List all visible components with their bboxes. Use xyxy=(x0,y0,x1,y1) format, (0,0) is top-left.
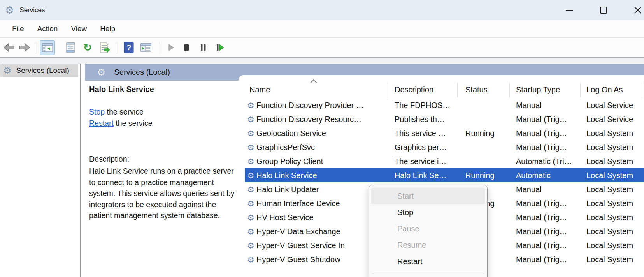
restart-service-link[interactable]: Restart xyxy=(89,119,114,127)
start-service-icon[interactable] xyxy=(163,40,178,55)
sort-ascending-icon xyxy=(310,78,317,85)
help-icon[interactable]: ? xyxy=(121,40,136,55)
description-label: Description: xyxy=(89,155,129,164)
console-tree-pane: ⚙ Services (Local) xyxy=(0,64,81,277)
toolbar: ↻ ? xyxy=(0,38,644,58)
table-row-selected[interactable]: ⚙ Halo Link Service Halo Link Se… Runnin… xyxy=(245,168,644,182)
services-gear-icon: ⚙ xyxy=(5,5,14,15)
service-gear-icon: ⚙ xyxy=(247,199,254,208)
service-gear-icon: ⚙ xyxy=(247,213,254,222)
services-gear-icon: ⚙ xyxy=(97,67,105,77)
panel-header-title: Services (Local) xyxy=(114,68,170,77)
export-list-icon[interactable] xyxy=(97,40,112,55)
window-background-strip xyxy=(0,58,644,64)
menu-view[interactable]: View xyxy=(64,20,93,37)
selected-service-name: Halo Link Service xyxy=(89,85,154,94)
context-menu-item-restart[interactable]: Restart xyxy=(371,253,485,270)
tree-item-label: Services (Local) xyxy=(16,66,69,75)
services-main-pane: ⚙ Services (Local) Halo Link Service Sto… xyxy=(85,64,644,277)
close-button[interactable] xyxy=(627,0,644,20)
stop-line-rest: the service xyxy=(105,108,144,116)
service-gear-icon: ⚙ xyxy=(247,185,254,194)
svg-text:?: ? xyxy=(126,43,131,52)
service-context-menu: Start Stop Pause Resume Restart xyxy=(369,185,488,277)
service-gear-icon: ⚙ xyxy=(247,129,254,138)
forward-arrow-icon[interactable] xyxy=(17,40,32,55)
window-title: Services xyxy=(19,6,45,14)
context-menu-separator xyxy=(372,273,484,273)
context-menu-item-resume[interactable]: Resume xyxy=(371,237,485,253)
context-menu-item-start[interactable]: Start xyxy=(371,188,485,204)
pause-service-icon[interactable] xyxy=(196,40,211,55)
service-gear-icon: ⚙ xyxy=(247,115,254,124)
tree-item-services-local[interactable]: ⚙ Services (Local) xyxy=(0,64,78,77)
table-row[interactable]: ⚙ GraphicsPerfSvc Graphics per… Manual (… xyxy=(245,140,644,154)
restart-line-rest: the service xyxy=(114,119,153,127)
show-console-tree-icon[interactable] xyxy=(40,40,55,55)
extended-standard-view-icon[interactable] xyxy=(139,40,153,55)
back-arrow-icon[interactable] xyxy=(2,40,16,55)
stop-service-link[interactable]: Stop xyxy=(89,108,105,116)
table-row[interactable]: ⚙ Function Discovery Provider … The FDPH… xyxy=(245,98,644,112)
service-gear-icon: ⚙ xyxy=(247,101,254,109)
service-gear-icon: ⚙ xyxy=(247,242,254,250)
stop-service-icon[interactable] xyxy=(179,40,194,55)
service-gear-icon: ⚙ xyxy=(247,256,254,264)
minimize-button[interactable] xyxy=(559,0,580,20)
column-header-startup[interactable]: Startup Type xyxy=(516,85,560,94)
table-row[interactable]: ⚙ Group Policy Client The service i… Aut… xyxy=(245,154,644,168)
restart-service-line: Restart the service xyxy=(89,118,153,129)
context-menu-item-stop[interactable]: Stop xyxy=(371,204,485,221)
column-header-name[interactable]: Name xyxy=(249,85,270,94)
menu-help[interactable]: Help xyxy=(93,20,122,37)
column-header-logon[interactable]: Log On As xyxy=(586,85,623,94)
title-bar: ⚙ Services xyxy=(0,0,644,20)
column-header-description[interactable]: Description xyxy=(395,85,433,94)
stop-service-line: Stop the service xyxy=(89,106,153,118)
resume-service-icon[interactable] xyxy=(212,40,227,55)
context-menu-item-pause[interactable]: Pause xyxy=(371,221,485,237)
description-text: Halo Link Service runs on a practice ser… xyxy=(89,166,239,221)
table-row[interactable]: ⚙ Geolocation Service This service … Run… xyxy=(245,126,644,140)
service-gear-icon: ⚙ xyxy=(247,171,254,180)
maximize-button[interactable] xyxy=(593,0,614,20)
service-gear-icon: ⚙ xyxy=(247,143,254,152)
service-gear-icon: ⚙ xyxy=(247,157,254,166)
menu-file[interactable]: File xyxy=(5,20,31,37)
service-action-links: Stop the service Restart the service xyxy=(89,106,153,129)
menu-bar: File Action View Help xyxy=(0,20,644,38)
service-gear-icon: ⚙ xyxy=(247,228,254,236)
column-header-status[interactable]: Status xyxy=(465,85,488,94)
table-row[interactable]: ⚙ Function Discovery Resourc… Publishes … xyxy=(245,112,644,126)
menu-action[interactable]: Action xyxy=(31,20,65,37)
refresh-icon[interactable]: ↻ xyxy=(80,40,95,55)
properties-icon[interactable] xyxy=(63,40,78,55)
services-gear-icon: ⚙ xyxy=(3,66,12,75)
